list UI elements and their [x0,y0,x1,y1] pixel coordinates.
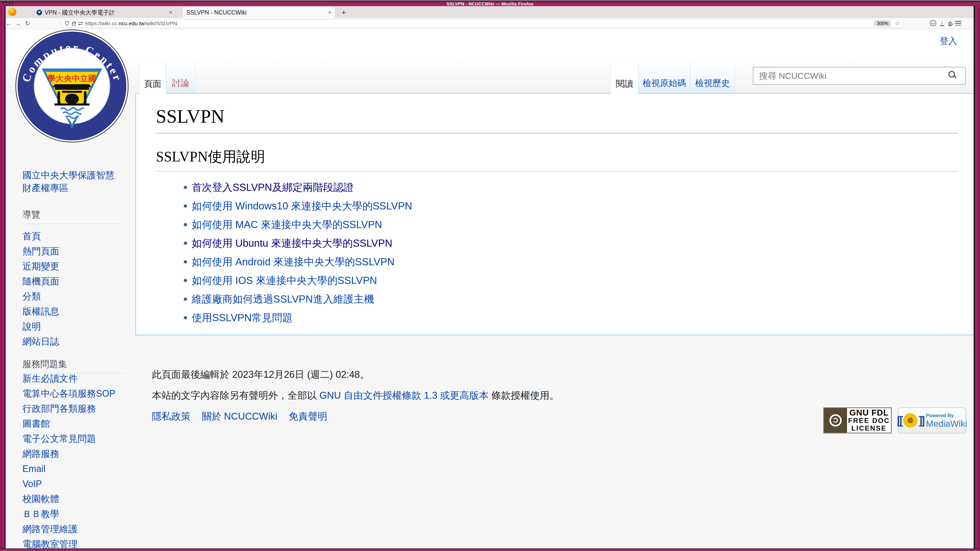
sidebar-nav-list: 首頁 熱門頁面 近期變更 隨機頁面 分類 版權訊息 說明 網站日誌 [22,229,59,349]
list-item: 近期變更 [22,259,59,274]
sidebar-item-site-log[interactable]: 網站日誌 [22,336,59,347]
sidebar-item-network-services[interactable]: 網路服務 [22,448,59,459]
last-edited-text: 此頁面最後編輯於 2023年12月26日 (週二) 02:48。 [152,368,369,381]
content-link-first-login[interactable]: 首次登入SSLVPN及綁定兩階段認證 [192,182,354,193]
tracking-protection-icon[interactable] [65,21,69,26]
url-text: https://wiki.cc.ncu.edu.tw/wiki/SSLVPN [85,21,177,27]
window-frame-bottom [0,548,980,551]
tab-view-source[interactable]: 檢視原始碼 [638,63,690,93]
content-area: SSLVPN SSLVPN使用說明 首次登入SSLVPN及綁定兩階段認證 如何使… [135,93,976,335]
bookmark-star-icon[interactable]: ☆ [894,20,900,27]
list-item: 使用SSLVPN常見問題 [192,308,958,327]
wiki-search-box[interactable] [753,67,966,85]
list-item: 熱門頁面 [22,244,59,259]
sidebar-ipr-link[interactable]: 國立中央大學保護智慧財產權專區 [22,169,120,194]
content-link-android[interactable]: 如何使用 Android 來連接中央大學的SSLVPN [192,256,395,267]
sidebar-item-recent-changes[interactable]: 近期變更 [22,261,59,272]
tab-discussion[interactable]: 討論 [166,63,195,93]
logo-gate-emblem [52,84,91,106]
sidebar-item-popular[interactable]: 熱門頁面 [22,246,59,256]
content-link-ios[interactable]: 如何使用 IOS 來連接中央大學的SSLVPN [192,275,377,286]
list-item: 如何使用 MAC 來連接中央大學的SSLVPN [192,215,958,234]
sidebar-item-categories[interactable]: 分類 [22,291,41,302]
search-icon[interactable] [948,71,955,78]
sidebar-item-admin-services[interactable]: 行政部門各類服務 [22,403,96,414]
sidebar-item-copyright[interactable]: 版權訊息 [22,306,59,317]
permissions-icon[interactable] [78,22,83,25]
license-text: 本站的文字內容除另有聲明外，全部以 GNU 自由文件授權條款 1.3 或更高版本… [152,389,559,402]
tab-read[interactable]: 閱讀 [611,63,638,94]
window-titlebar[interactable]: SSLVPN - NCUCCWiki — Mozilla Firefox [0,0,980,6]
list-item: 電子公文常見問題 [22,431,115,446]
sidebar-item-library[interactable]: 圖書館 [22,418,50,429]
about-link[interactable]: 關於 NCUCCWiki [202,410,277,423]
tab-view-history[interactable]: 檢視歷史 [690,63,735,93]
list-item: 版權訊息 [22,304,59,319]
sidebar-item-voip[interactable]: VoIP [22,478,42,489]
firefox-logo-icon[interactable] [8,8,16,16]
sidebar-item-edoc-faq[interactable]: 電子公文常見問題 [22,433,96,444]
tab-close-icon[interactable]: × [328,9,331,16]
list-item: 如何使用 Android 來連接中央大學的SSLVPN [192,252,958,271]
gnu-fdl-text: GNU FDL FREE DOC LICENSE [847,408,891,433]
tab-page[interactable]: 頁面 [139,63,166,94]
list-item: 行政部門各類服務 [22,401,115,416]
content-link-windows10[interactable]: 如何使用 Windows10 來連接中央大學的SSLVPN [192,200,412,211]
browser-tab-bar: VPN - 國立中央大學電子計 × SSLVPN - NCUCCWiki × + [0,6,980,18]
pocket-icon[interactable] [930,21,936,26]
list-item: 如何使用 Ubuntu 來連接中央大學的SSLVPN [192,234,958,252]
section-heading: SSLVPN使用說明 [156,147,958,171]
sidebar-services-list: 新生必讀文件 電算中心各項服務SOP 行政部門各類服務 圖書館 電子公文常見問題… [22,371,115,551]
url-bar[interactable]: https://wiki.cc.ncu.edu.tw/wiki/SSLVPN 3… [61,19,904,27]
list-item: 圖書館 [22,416,115,431]
list-item: 新生必讀文件 [22,371,115,386]
list-item: 如何使用 IOS 來連接中央大學的SSLVPN [192,271,958,290]
content-link-vendor[interactable]: 維護廠商如何透過SSLVPN進入維護主機 [192,293,374,305]
search-input[interactable] [753,67,947,84]
list-item: 校園軟體 [22,491,115,507]
browser-tab-vpn[interactable]: VPN - 國立中央大學電子計 × [33,7,176,18]
sidebar-item-help[interactable]: 說明 [22,321,41,332]
page-title: SSLVPN [156,106,958,133]
bracket-glyph: [[ [897,415,902,426]
browser-tab-sslvpn[interactable]: SSLVPN - NCUCCWiki × [183,7,335,18]
mediawiki-badge-text: Powered By MediaWiki [926,413,967,428]
gnu-fdl-badge[interactable]: C GNU FDL FREE DOC LICENSE [823,407,892,433]
list-item: 分類 [22,289,59,304]
reload-button[interactable]: ↻ [24,19,32,27]
list-item: ＢＢ教學 [22,507,115,521]
list-item: 維護廠商如何透過SSLVPN進入維護主機 [192,290,958,308]
forward-button[interactable]: → [14,19,22,27]
sidebar-item-computer-classroom[interactable]: 電腦教室管理 [22,539,78,549]
sidebar-item-network-maintenance[interactable]: 網路管理維護 [22,524,78,534]
license-link[interactable]: GNU 自由文件授權條款 1.3 或更高版本 [320,390,489,401]
list-item: 首頁 [22,229,59,244]
tab-label: SSLVPN - NCUCCWiki [186,9,325,16]
tab-label: VPN - 國立中央大學電子計 [45,9,166,17]
tab-close-icon[interactable]: × [169,9,172,16]
disclaimer-link[interactable]: 免責聲明 [289,410,328,423]
login-link[interactable]: 登入 [940,35,957,47]
logo-seal-text: 學大央中立國 [48,74,96,83]
back-button[interactable]: ← [5,19,13,27]
menu-icon[interactable] [955,21,961,25]
new-tab-button[interactable]: + [342,8,346,17]
lock-icon[interactable] [72,23,76,25]
sidebar-item-email[interactable]: Email [22,464,45,474]
mediawiki-badge[interactable]: [[ ]] Powered By MediaWiki [898,407,966,433]
sidebar-item-bb-teaching[interactable]: ＢＢ教學 [22,509,59,519]
content-link-faq[interactable]: 使用SSLVPN常見問題 [192,312,293,323]
sidebar-item-freshman-docs[interactable]: 新生必讀文件 [22,373,78,384]
sidebar-item-campus-software[interactable]: 校園軟體 [22,494,59,504]
sidebar-item-random[interactable]: 隨機頁面 [22,276,59,286]
sidebar-item-home[interactable]: 首頁 [22,231,41,241]
computer-center-logo[interactable]: Computer Center www.cc.ncu.edu.tw 學大央中立國 [15,29,129,143]
zoom-level-badge[interactable]: 300% [874,21,891,27]
list-item: 如何使用 Windows10 來連接中央大學的SSLVPN [192,197,958,215]
content-link-mac[interactable]: 如何使用 MAC 來連接中央大學的SSLVPN [192,219,382,230]
privacy-policy-link[interactable]: 隱私政策 [152,410,191,423]
extensions-icon[interactable] [947,20,953,27]
sidebar-item-cc-sop[interactable]: 電算中心各項服務SOP [22,388,115,399]
content-link-ubuntu[interactable]: 如何使用 Ubuntu 來連接中央大學的SSLVPN [192,238,392,249]
downloads-icon[interactable]: ↓ [939,19,945,26]
